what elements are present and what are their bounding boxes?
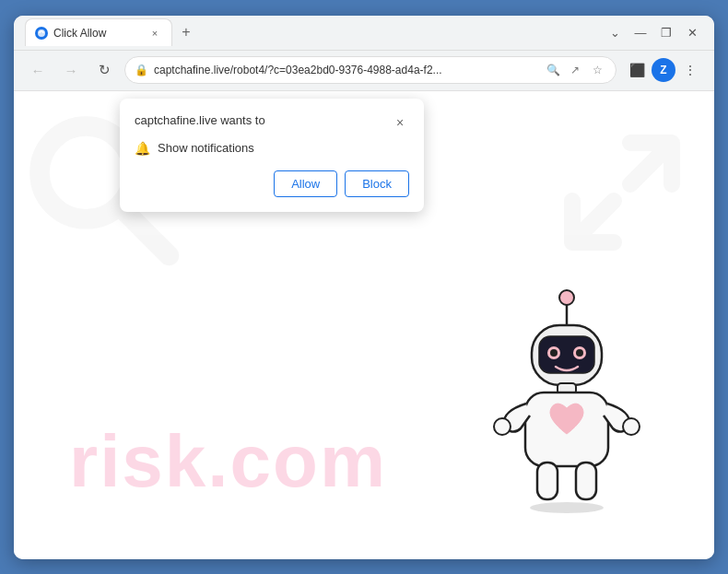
title-bar: Click Allow × + ⌄ — ❐ ✕	[14, 16, 714, 51]
bookmark-icon[interactable]: ☆	[588, 61, 606, 79]
svg-point-14	[623, 418, 640, 435]
allow-button[interactable]: Allow	[274, 170, 337, 197]
address-bar: ← → ↻ 🔒 captchafine.live/robot4/?c=03ea2…	[14, 51, 714, 91]
popup-buttons: Allow Block	[135, 170, 409, 197]
popup-title: captchafine.live wants to	[135, 113, 265, 127]
minimize-button[interactable]: —	[629, 21, 652, 43]
watermark-text: risk.com	[69, 419, 387, 504]
notification-label: Show notifications	[158, 141, 254, 155]
close-button[interactable]: ✕	[681, 21, 703, 43]
menu-button[interactable]: ⋮	[677, 57, 703, 83]
search-url-icon[interactable]: 🔍	[544, 61, 562, 79]
new-tab-button[interactable]: +	[174, 20, 198, 44]
robot-illustration	[475, 279, 659, 541]
svg-line-2	[119, 205, 169, 255]
arrows-watermark	[539, 110, 705, 275]
browser-window: Click Allow × + ⌄ — ❐ ✕ ← → ↻ 🔒 captchaf…	[14, 16, 714, 559]
tab-favicon	[35, 27, 48, 40]
url-text: captchafine.live/robot4/?c=03ea2bd0-9376…	[154, 64, 538, 76]
url-bar[interactable]: 🔒 captchafine.live/robot4/?c=03ea2bd0-93…	[124, 56, 616, 84]
svg-rect-15	[537, 463, 558, 499]
svg-point-13	[494, 418, 511, 435]
bell-icon: 🔔	[135, 141, 150, 156]
share-icon[interactable]: ↗	[566, 61, 584, 79]
svg-point-0	[38, 29, 45, 37]
lock-icon: 🔒	[135, 64, 148, 76]
window-controls: ⌄ — ❐ ✕	[604, 21, 703, 43]
forward-button[interactable]: →	[58, 57, 84, 83]
url-icons: 🔍 ↗ ☆	[544, 61, 606, 79]
permission-popup: captchafine.live wants to × 🔔 Show notif…	[120, 99, 424, 212]
svg-point-10	[576, 349, 583, 357]
active-tab[interactable]: Click Allow ×	[25, 18, 172, 46]
block-button[interactable]: Block	[345, 170, 409, 197]
robot-svg	[475, 279, 659, 537]
svg-rect-16	[576, 463, 596, 499]
popup-header: captchafine.live wants to ×	[135, 113, 409, 132]
chevron-up-icon: ⌄	[604, 21, 626, 43]
notification-row: 🔔 Show notifications	[135, 141, 409, 156]
page-content: risk.com YOU	[14, 91, 714, 559]
svg-point-17	[530, 502, 604, 513]
tab-strip: Click Allow × +	[25, 18, 596, 46]
svg-rect-6	[539, 336, 594, 373]
back-button[interactable]: ←	[25, 57, 51, 83]
extensions-button[interactable]: ⬛	[624, 57, 650, 83]
tab-close-btn[interactable]: ×	[147, 26, 162, 41]
refresh-button[interactable]: ↻	[91, 57, 117, 83]
toolbar-right: ⬛ Z ⋮	[624, 57, 703, 83]
svg-point-9	[550, 349, 558, 357]
avatar-button[interactable]: Z	[652, 58, 675, 82]
popup-close-button[interactable]: ×	[391, 113, 409, 132]
maximize-button[interactable]: ❐	[655, 21, 677, 43]
tab-title: Click Allow	[53, 27, 106, 40]
svg-point-4	[559, 290, 574, 305]
